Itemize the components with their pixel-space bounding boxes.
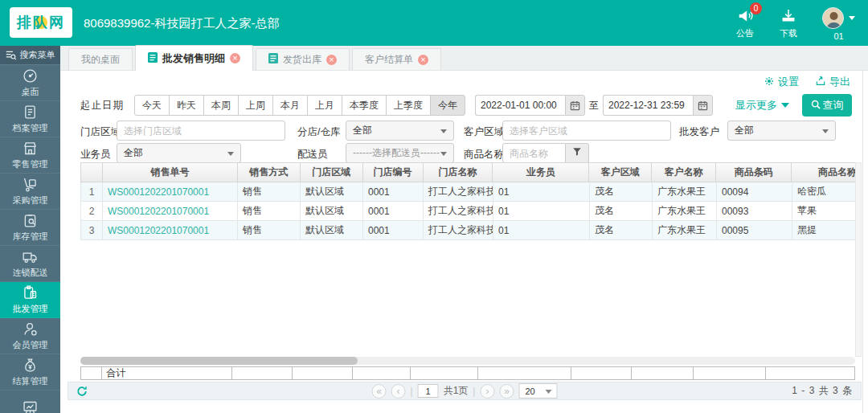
settlement-moneybag-icon: [22, 357, 39, 374]
page-size-select[interactable]: 20: [518, 383, 557, 399]
horizontal-scrollbar[interactable]: [80, 357, 855, 365]
avatar: [822, 7, 844, 29]
sidebar-search-menu[interactable]: 搜索菜单: [0, 46, 60, 65]
sidebar-item-retail[interactable]: 零售管理: [0, 137, 60, 174]
date-quick-last-week[interactable]: 上周: [238, 95, 273, 116]
page-total-label: 共1页: [444, 384, 469, 398]
calendar-button[interactable]: [565, 95, 585, 116]
date-quick-group: 今天 昨天 本周 上周 本月 上月 本季度 上季度 今年: [134, 95, 465, 116]
sidebar-item-reports[interactable]: [0, 391, 60, 413]
date-to-label: 至: [589, 99, 599, 112]
sidebar-item-procurement[interactable]: 采购管理: [0, 174, 60, 210]
user-menu[interactable]: 01: [822, 7, 855, 41]
chevron-down-icon: [849, 16, 855, 20]
announcement-badge: 0: [750, 2, 762, 14]
header-cell[interactable]: 客户名称: [652, 163, 716, 182]
query-button[interactable]: 查询: [802, 94, 852, 117]
branch-warehouse-select[interactable]: 全部: [346, 121, 454, 141]
date-to-input[interactable]: [603, 95, 693, 116]
announcements-button[interactable]: 0 公告: [735, 7, 755, 39]
table-row[interactable]: 1 WS0001202201070001 销售 默认区域 0001 打工人之家科…: [80, 182, 855, 202]
settings-button[interactable]: 设置: [764, 75, 799, 89]
close-icon[interactable]: [230, 53, 240, 63]
show-more-toggle[interactable]: 显示更多: [735, 98, 789, 112]
document-icon: [268, 53, 278, 66]
filter-row-3: 业务员 全部 配送员 ------选择配送员------ 商品名称: [80, 142, 854, 165]
table-row[interactable]: 2 WS0001202201070001 销售 默认区域 0001 打工人之家科…: [80, 202, 855, 221]
filter-row-2: 门店区域 分店/仓库 全部 客户区域 批发客户 全部: [80, 120, 854, 142]
magnifier-icon: [811, 100, 821, 112]
sales-detail-table: 销售单号 销售方式 门店区域 门店编号 门店名称 业务员 客户区域 客户名称 商…: [80, 162, 855, 240]
date-from-input[interactable]: [475, 95, 565, 116]
store-region-input[interactable]: [117, 121, 285, 141]
product-filter-button[interactable]: [566, 143, 589, 163]
procurement-cart-icon: [22, 176, 39, 193]
first-page-button[interactable]: [372, 384, 387, 399]
tab-bar: 我的桌面 批发销售明细 发货出库 客户结算单: [60, 46, 868, 71]
table-row[interactable]: 3 WS0001202201070001 销售 默认区域 0001 打工人之家科…: [80, 221, 855, 240]
customer-region-label: 客户区域: [464, 125, 504, 139]
header-cell[interactable]: 门店编号: [363, 163, 424, 182]
next-page-button[interactable]: [480, 384, 494, 399]
sales-order-link[interactable]: WS0001202201070001: [103, 182, 238, 201]
calendar-button[interactable]: [693, 95, 713, 116]
date-quick-this-year[interactable]: 今年: [430, 95, 465, 116]
sidebar-item-wholesale[interactable]: 批发管理: [0, 282, 60, 318]
sales-order-link[interactable]: WS0001202201070001: [103, 221, 238, 239]
export-button[interactable]: 导出: [815, 75, 850, 89]
prev-page-button[interactable]: [391, 384, 406, 399]
sidebar-item-members[interactable]: 会员管理: [0, 318, 60, 354]
header-cell[interactable]: 商品条码: [716, 163, 792, 182]
sidebar-item-desktop[interactable]: 桌面: [0, 65, 60, 101]
header-cell[interactable]: 门店名称: [424, 163, 493, 182]
tab-wholesale-sales-detail[interactable]: 批发销售明细: [135, 45, 253, 71]
sidebar-item-chain-delivery[interactable]: 连锁配送: [0, 246, 60, 282]
close-icon[interactable]: [418, 55, 428, 65]
product-name-input[interactable]: [502, 143, 566, 163]
tab-customer-settlement[interactable]: 客户结算单: [352, 48, 441, 70]
date-quick-this-quarter[interactable]: 本季度: [342, 95, 387, 116]
header-cell[interactable]: 销售单号: [103, 163, 238, 182]
brand-logo[interactable]: 排队网: [10, 7, 72, 38]
main-sidebar: 搜索菜单 桌面 档案管理 零售管理: [0, 46, 60, 413]
date-quick-this-week[interactable]: 本周: [203, 95, 239, 116]
funnel-icon: [572, 147, 582, 159]
document-icon: [148, 52, 158, 65]
refresh-button[interactable]: [76, 386, 88, 397]
sidebar-item-inventory[interactable]: 库存管理: [0, 210, 60, 246]
pagination-bar: | 共1页 | 20 1 - 3 共 3 条: [68, 382, 862, 400]
date-quick-this-month[interactable]: 本月: [272, 95, 308, 116]
tab-my-desktop[interactable]: 我的桌面: [68, 48, 133, 70]
app-window: 排队网 8069839962-科技园打工人之家-总部 0 公告: [0, 0, 868, 413]
header-cell[interactable]: 客户区域: [589, 163, 652, 182]
download-button[interactable]: 下载: [779, 7, 798, 39]
vertical-scrollbar[interactable]: [855, 162, 862, 357]
total-label: 合计: [102, 367, 231, 379]
header-cell[interactable]: 商品名称: [792, 163, 855, 182]
sidebar-item-archives[interactable]: 档案管理: [0, 101, 60, 137]
salesman-select[interactable]: 全部: [117, 143, 241, 163]
scrollbar-thumb[interactable]: [80, 357, 358, 365]
top-header-bar: 排队网 8069839962-科技园打工人之家-总部 0 公告: [0, 0, 868, 46]
header-cell[interactable]: 门店区域: [301, 163, 363, 182]
sales-order-link[interactable]: WS0001202201070001: [103, 202, 238, 220]
wholesale-customer-select[interactable]: 全部: [727, 121, 836, 141]
last-page-button[interactable]: [499, 384, 514, 399]
page-input[interactable]: [418, 384, 439, 398]
date-quick-yesterday[interactable]: 昨天: [169, 95, 204, 116]
archive-icon: [22, 104, 39, 121]
customer-region-input[interactable]: [502, 121, 671, 141]
header-cell[interactable]: 业务员: [493, 163, 589, 182]
sidebar-item-settlement[interactable]: 结算管理: [0, 354, 60, 391]
delivery-person-select[interactable]: ------选择配送员------: [346, 143, 454, 163]
delivery-person-label: 配送员: [297, 148, 328, 162]
filter-row-dates: 起止日期 今天 昨天 本周 上周 本月 上月 本季度 上季度 今年 至: [80, 94, 854, 117]
delivery-truck-icon: [22, 248, 39, 265]
product-name-label: 商品名称: [464, 148, 504, 162]
date-quick-last-quarter[interactable]: 上季度: [386, 95, 431, 116]
date-quick-today[interactable]: 今天: [134, 95, 170, 116]
header-cell[interactable]: 销售方式: [238, 163, 301, 182]
close-icon[interactable]: [326, 55, 337, 65]
date-quick-last-month[interactable]: 上月: [307, 95, 342, 116]
tab-shipment-outbound[interactable]: 发货出库: [256, 48, 350, 70]
